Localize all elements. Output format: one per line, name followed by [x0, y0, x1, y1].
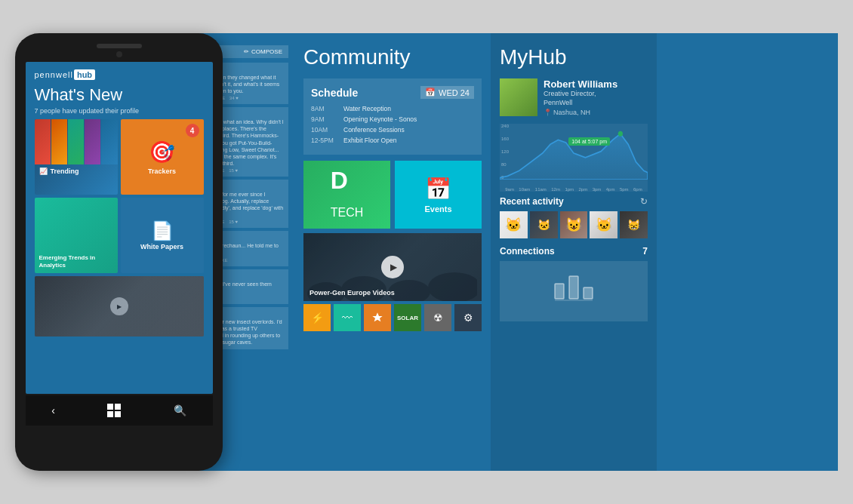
- icon-tile-nuclear[interactable]: ☢: [424, 304, 451, 331]
- recent-activity-title: Recent activity: [500, 196, 564, 207]
- phone-subtitle: 7 people have updated their profile: [26, 106, 213, 119]
- solar-icon: SOLAR: [397, 315, 418, 321]
- user-name: Robert Williams: [544, 78, 648, 90]
- trackers-icon: 🎯: [149, 140, 175, 164]
- trackers-tile[interactable]: 🎯 Trackers 4: [121, 119, 204, 195]
- svg-rect-7: [584, 287, 593, 299]
- activity-img-5: 😸: [620, 211, 648, 238]
- dtech-tile[interactable]: DTECH: [303, 161, 390, 229]
- schedule-item-3: 10AM Conference Sessions: [311, 126, 474, 134]
- compose-button[interactable]: ✏ COMPOSE: [244, 48, 282, 55]
- community-tiles: DTECH 📅 Events: [303, 161, 482, 229]
- events-tile[interactable]: 📅 Events: [395, 161, 482, 229]
- trackers-badge: 4: [186, 124, 199, 137]
- emerging-trends-tile[interactable]: Emerging Trends in Analytics: [35, 198, 118, 273]
- phone-device: pennwell hub What's New 7 people have up…: [15, 33, 223, 471]
- user-location: 📍 Nashua, NH: [544, 109, 648, 116]
- document-icon: 📄: [151, 220, 174, 241]
- icon-tile-lightning[interactable]: ⚡: [303, 304, 331, 331]
- activity-chart: 240 160 120 80 0: [500, 124, 648, 192]
- phone-screen: pennwell hub What's New 7 people have up…: [26, 62, 213, 394]
- connections-title: Connections: [500, 246, 555, 257]
- connections-icon: [551, 269, 596, 314]
- activity-img-3: 😺: [560, 211, 588, 238]
- schedule-item-4: 12-5PM Exhibit Floor Open: [311, 137, 474, 144]
- user-card: Robert Williams Creative Director, PennW…: [500, 78, 648, 116]
- refresh-icon[interactable]: ↻: [640, 196, 648, 207]
- video-tile[interactable]: ▶ Power-Gen Europe Videos: [303, 233, 482, 301]
- desktop-panel: ✏ COMPOSE Alex Simpson I used to be with…: [128, 33, 838, 471]
- location-icon: 📍: [544, 109, 552, 116]
- community-section: Community Schedule 📅 WED 24 8AM Water Re…: [294, 33, 491, 471]
- scene: ✏ COMPOSE Alex Simpson I used to be with…: [0, 0, 853, 504]
- windows-button[interactable]: [107, 404, 121, 417]
- activity-img-1: 🐱: [500, 211, 528, 238]
- schedule-card: Schedule 📅 WED 24 8AM Water Reception 9A…: [303, 78, 482, 155]
- events-icon: 📅: [425, 177, 451, 201]
- phone-logo: pennwell hub: [26, 62, 213, 85]
- play-button[interactable]: ▶: [381, 256, 404, 278]
- whitepapers-tile[interactable]: 📄 White Papers: [121, 198, 204, 273]
- trending-icon: 📈: [39, 167, 48, 175]
- phone-tiles: 📈 Trending 🎯 Trackers 4 Emerging Trends …: [26, 119, 213, 337]
- recent-activity-header: Recent activity ↻: [500, 196, 648, 207]
- svg-rect-6: [569, 276, 578, 299]
- whitepapers-label: White Papers: [140, 243, 183, 250]
- schedule-item-1: 8AM Water Reception: [311, 105, 474, 112]
- activity-img-4: 🐱: [590, 211, 617, 238]
- myhub-title: MyHub: [500, 45, 648, 69]
- bottom-wide-tile[interactable]: ▶: [35, 276, 204, 337]
- phone-camera: [116, 51, 122, 57]
- emerging-label: Emerging Trends in Analytics: [39, 254, 113, 269]
- trackers-label: Trackers: [148, 167, 176, 175]
- icon-tile-solar[interactable]: SOLAR: [394, 304, 421, 331]
- brand-hub: hub: [74, 69, 95, 80]
- schedule-header: Schedule 📅 WED 24: [311, 86, 474, 99]
- trending-tile[interactable]: 📈 Trending: [35, 119, 118, 195]
- lightning-icon: ⚡: [311, 312, 324, 324]
- community-icons-row: ⚡ 〰 SOLAR ☢ ⚙: [303, 304, 482, 331]
- play-icon: ▶: [390, 262, 397, 272]
- bottom-crowd-bg: [35, 276, 204, 337]
- brand-pennwell: pennwell: [35, 70, 73, 79]
- phone-whats-new-title: What's New: [26, 85, 213, 106]
- calendar-icon: 📅: [425, 88, 436, 97]
- phone-physical-buttons: [26, 426, 213, 438]
- user-title: Creative Director, PennWell: [544, 90, 648, 107]
- nuclear-icon: ☢: [433, 312, 443, 324]
- compose-label: COMPOSE: [251, 48, 282, 55]
- compose-icon: ✏: [244, 48, 249, 55]
- chart-x-labels: 9am 10am 11am 12m 1pm 2pm 3pm 4pm 5pm 6p…: [500, 187, 648, 192]
- connections-widget: [500, 261, 648, 321]
- gear-icon: ⚙: [463, 312, 473, 324]
- connections-bar: Connections 7: [500, 246, 648, 257]
- schedule-item-2: 9AM Opening Keynote - Sonos: [311, 115, 474, 123]
- activity-img-2: 🐱: [530, 211, 558, 238]
- phone-bottom-bar: ‹ 🔍: [26, 395, 213, 426]
- schedule-label: Schedule: [311, 87, 358, 99]
- user-info: Robert Williams Creative Director, PennW…: [544, 78, 648, 116]
- icon-tile-gear[interactable]: ⚙: [454, 304, 482, 331]
- svg-point-4: [618, 131, 623, 137]
- chart-tooltip: 104 at 5:07 pm: [568, 137, 610, 146]
- activity-images: 🐱 🐱 😺 🐱 😸: [500, 211, 648, 238]
- search-button[interactable]: 🔍: [174, 404, 186, 416]
- svg-rect-5: [555, 284, 564, 299]
- user-avatar-img: [500, 78, 537, 116]
- trending-label: Trending: [51, 167, 79, 175]
- dtech-label: DTECH: [331, 167, 364, 223]
- icon-tile-wave[interactable]: 〰: [334, 304, 361, 331]
- wave-icon: 〰: [342, 312, 353, 324]
- community-title: Community: [303, 45, 482, 69]
- star-icon: [371, 312, 383, 324]
- back-button[interactable]: ‹: [51, 404, 55, 416]
- schedule-date: 📅 WED 24: [420, 86, 474, 99]
- video-label: Power-Gen Europe Videos: [309, 289, 395, 297]
- phone-speaker: [97, 44, 142, 48]
- connections-count: 7: [642, 246, 648, 257]
- icon-tile-star[interactable]: [364, 304, 391, 331]
- chart-svg: [500, 127, 648, 180]
- user-avatar: [500, 78, 537, 116]
- myhub-section: MyHub Robert Williams Creative Director,…: [491, 33, 657, 471]
- events-label: Events: [424, 204, 451, 214]
